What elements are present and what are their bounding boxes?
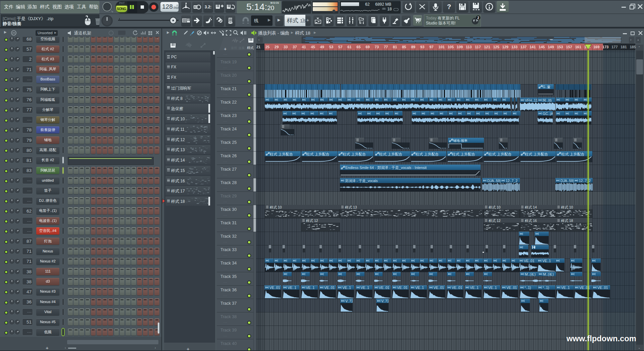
svg-text:3.2:: 3.2: (205, 5, 212, 9)
svg-text:2: 2 (477, 16, 479, 20)
svg-text:?: ? (447, 3, 451, 10)
